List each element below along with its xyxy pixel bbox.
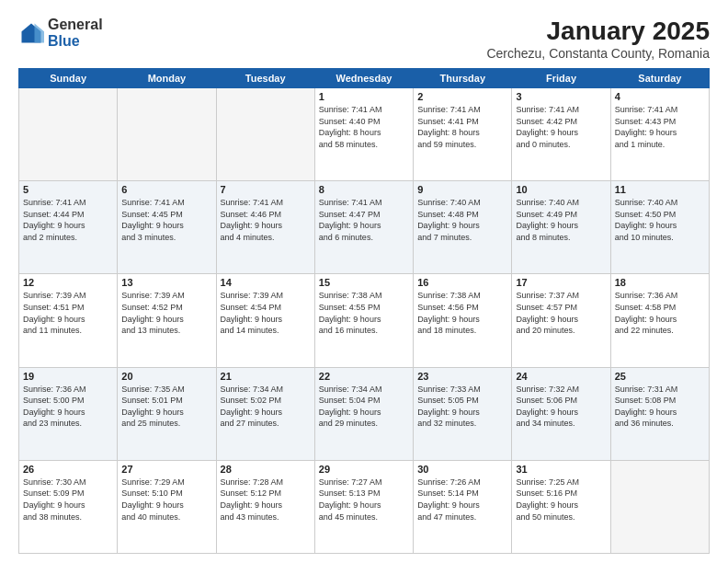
day-info: Sunrise: 7:32 AM Sunset: 5:06 PM Dayligh… [516,384,606,430]
table-row: 11Sunrise: 7:40 AM Sunset: 4:50 PM Dayli… [610,181,709,274]
day-info: Sunrise: 7:28 AM Sunset: 5:12 PM Dayligh… [221,477,311,523]
table-row: 2Sunrise: 7:41 AM Sunset: 4:41 PM Daylig… [414,88,512,181]
table-row [216,88,314,181]
col-sunday: Sunday [19,69,118,88]
table-row: 6Sunrise: 7:41 AM Sunset: 4:45 PM Daylig… [118,181,216,274]
table-row: 29Sunrise: 7:27 AM Sunset: 5:13 PM Dayli… [314,460,413,553]
day-number: 11 [615,184,705,195]
day-info: Sunrise: 7:25 AM Sunset: 5:16 PM Dayligh… [516,477,606,523]
day-info: Sunrise: 7:34 AM Sunset: 5:02 PM Dayligh… [221,384,311,430]
calendar-table: Sunday Monday Tuesday Wednesday Thursday… [18,68,710,554]
day-number: 20 [121,371,211,382]
calendar-week-row: 26Sunrise: 7:30 AM Sunset: 5:09 PM Dayli… [19,460,710,553]
day-number: 29 [319,464,409,475]
table-row: 19Sunrise: 7:36 AM Sunset: 5:00 PM Dayli… [19,367,118,460]
day-info: Sunrise: 7:41 AM Sunset: 4:43 PM Dayligh… [615,104,705,150]
day-info: Sunrise: 7:41 AM Sunset: 4:41 PM Dayligh… [417,104,507,150]
table-row: 22Sunrise: 7:34 AM Sunset: 5:04 PM Dayli… [314,367,413,460]
day-number: 14 [221,277,311,288]
day-info: Sunrise: 7:41 AM Sunset: 4:45 PM Dayligh… [121,197,211,243]
day-info: Sunrise: 7:39 AM Sunset: 4:52 PM Dayligh… [121,290,211,336]
day-info: Sunrise: 7:41 AM Sunset: 4:44 PM Dayligh… [23,197,113,243]
col-wednesday: Wednesday [314,69,413,88]
calendar-week-row: 5Sunrise: 7:41 AM Sunset: 4:44 PM Daylig… [19,181,710,274]
table-row: 9Sunrise: 7:40 AM Sunset: 4:48 PM Daylig… [414,181,512,274]
day-number: 6 [121,184,211,195]
table-row [118,88,216,181]
day-info: Sunrise: 7:40 AM Sunset: 4:50 PM Dayligh… [615,197,705,243]
table-row: 28Sunrise: 7:28 AM Sunset: 5:12 PM Dayli… [216,460,314,553]
day-number: 8 [319,184,409,195]
day-info: Sunrise: 7:37 AM Sunset: 4:57 PM Dayligh… [516,290,606,336]
page: General Blue January 2025 Cerchezu, Cons… [0,0,728,563]
table-row: 24Sunrise: 7:32 AM Sunset: 5:06 PM Dayli… [512,367,610,460]
day-number: 3 [516,91,606,102]
day-number: 24 [516,371,606,382]
table-row: 26Sunrise: 7:30 AM Sunset: 5:09 PM Dayli… [19,460,118,553]
day-info: Sunrise: 7:39 AM Sunset: 4:51 PM Dayligh… [23,290,113,336]
table-row: 10Sunrise: 7:40 AM Sunset: 4:49 PM Dayli… [512,181,610,274]
day-info: Sunrise: 7:41 AM Sunset: 4:46 PM Dayligh… [221,197,311,243]
calendar-week-row: 1Sunrise: 7:41 AM Sunset: 4:40 PM Daylig… [19,88,710,181]
col-monday: Monday [118,69,216,88]
day-info: Sunrise: 7:30 AM Sunset: 5:09 PM Dayligh… [23,477,113,523]
table-row: 8Sunrise: 7:41 AM Sunset: 4:47 PM Daylig… [314,181,413,274]
table-row [610,460,709,553]
day-number: 16 [417,277,507,288]
day-number: 30 [417,464,507,475]
day-number: 12 [23,277,113,288]
subtitle: Cerchezu, Constanta County, Romania [486,46,710,61]
table-row: 3Sunrise: 7:41 AM Sunset: 4:42 PM Daylig… [512,88,610,181]
col-tuesday: Tuesday [216,69,314,88]
day-number: 10 [516,184,606,195]
table-row: 20Sunrise: 7:35 AM Sunset: 5:01 PM Dayli… [118,367,216,460]
day-number: 17 [516,277,606,288]
logo-general-label: General [48,17,103,33]
day-info: Sunrise: 7:26 AM Sunset: 5:14 PM Dayligh… [417,477,507,523]
table-row: 7Sunrise: 7:41 AM Sunset: 4:46 PM Daylig… [216,181,314,274]
logo-blue-label: Blue [48,33,103,50]
day-info: Sunrise: 7:40 AM Sunset: 4:49 PM Dayligh… [516,197,606,243]
day-info: Sunrise: 7:40 AM Sunset: 4:48 PM Dayligh… [417,197,507,243]
day-number: 2 [417,91,507,102]
day-info: Sunrise: 7:36 AM Sunset: 4:58 PM Dayligh… [615,290,705,336]
day-number: 18 [615,277,705,288]
table-row: 1Sunrise: 7:41 AM Sunset: 4:40 PM Daylig… [314,88,413,181]
header-row: Sunday Monday Tuesday Wednesday Thursday… [19,69,710,88]
table-row: 4Sunrise: 7:41 AM Sunset: 4:43 PM Daylig… [610,88,709,181]
day-number: 19 [23,371,113,382]
day-info: Sunrise: 7:27 AM Sunset: 5:13 PM Dayligh… [319,477,409,523]
table-row: 15Sunrise: 7:38 AM Sunset: 4:55 PM Dayli… [314,274,413,367]
day-info: Sunrise: 7:34 AM Sunset: 5:04 PM Dayligh… [319,384,409,430]
day-number: 5 [23,184,113,195]
day-number: 1 [319,91,409,102]
logo-icon [18,20,44,46]
day-number: 26 [23,464,113,475]
table-row: 21Sunrise: 7:34 AM Sunset: 5:02 PM Dayli… [216,367,314,460]
table-row: 18Sunrise: 7:36 AM Sunset: 4:58 PM Dayli… [610,274,709,367]
day-number: 13 [121,277,211,288]
day-info: Sunrise: 7:41 AM Sunset: 4:47 PM Dayligh… [319,197,409,243]
day-info: Sunrise: 7:38 AM Sunset: 4:56 PM Dayligh… [417,290,507,336]
table-row: 27Sunrise: 7:29 AM Sunset: 5:10 PM Dayli… [118,460,216,553]
table-row: 14Sunrise: 7:39 AM Sunset: 4:54 PM Dayli… [216,274,314,367]
calendar-header: Sunday Monday Tuesday Wednesday Thursday… [19,69,710,88]
day-number: 15 [319,277,409,288]
day-number: 4 [615,91,705,102]
table-row: 31Sunrise: 7:25 AM Sunset: 5:16 PM Dayli… [512,460,610,553]
day-number: 7 [221,184,311,195]
day-info: Sunrise: 7:31 AM Sunset: 5:08 PM Dayligh… [615,384,705,430]
table-row: 13Sunrise: 7:39 AM Sunset: 4:52 PM Dayli… [118,274,216,367]
day-number: 9 [417,184,507,195]
day-number: 23 [417,371,507,382]
day-number: 27 [121,464,211,475]
day-number: 21 [221,371,311,382]
col-saturday: Saturday [610,69,709,88]
svg-marker-1 [35,23,45,42]
day-info: Sunrise: 7:35 AM Sunset: 5:01 PM Dayligh… [121,384,211,430]
logo: General Blue [18,17,103,49]
col-friday: Friday [512,69,610,88]
day-info: Sunrise: 7:29 AM Sunset: 5:10 PM Dayligh… [121,477,211,523]
day-number: 31 [516,464,606,475]
day-info: Sunrise: 7:38 AM Sunset: 4:55 PM Dayligh… [319,290,409,336]
